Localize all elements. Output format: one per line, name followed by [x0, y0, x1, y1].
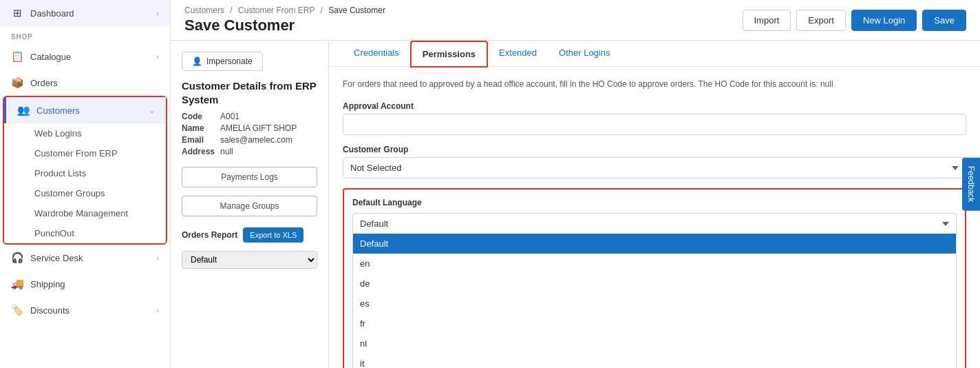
- service-desk-icon: 🎧: [11, 252, 23, 264]
- sidebar-item-customers[interactable]: 👥 Customers ⌄: [4, 97, 166, 123]
- chevron-down-icon: ⌄: [149, 106, 155, 115]
- name-label: Name: [182, 123, 215, 133]
- sidebar-item-label: Customers: [36, 105, 80, 116]
- customers-icon: 👥: [17, 104, 30, 116]
- sidebar-item-label: Dashboard: [30, 8, 74, 19]
- lang-option-es[interactable]: es: [353, 294, 956, 314]
- sidebar-item-label: Orders: [30, 78, 58, 88]
- sidebar-item-dashboard[interactable]: ⊞ Dashboard ›: [0, 0, 170, 26]
- topbar: Customers / Customer From ERP / Save Cus…: [171, 0, 980, 41]
- breadcrumb-customers[interactable]: Customers: [184, 6, 224, 15]
- default-language-section: Default Language Default en de es fr nl …: [343, 188, 966, 368]
- lang-option-en[interactable]: en: [353, 254, 956, 274]
- code-label: Code: [182, 112, 215, 121]
- import-button[interactable]: Import: [743, 10, 791, 31]
- name-row: Name AMELIA GIFT SHOP: [182, 123, 317, 133]
- right-panel: Credentials Permissions Extended Other L…: [329, 41, 980, 368]
- sidebar-item-label: Catalogue: [30, 52, 71, 62]
- sidebar-item-discounts[interactable]: 🏷️ Discounts ›: [0, 297, 170, 323]
- email-label: Email: [182, 135, 215, 145]
- approval-account-input[interactable]: [343, 114, 966, 135]
- address-row: Address null: [182, 147, 317, 156]
- sidebar-item-label: Service Desk: [30, 253, 83, 263]
- feedback-tab[interactable]: Feedback: [962, 158, 980, 211]
- breadcrumb: Customers / Customer From ERP / Save Cus…: [184, 6, 385, 15]
- main-area: Customers / Customer From ERP / Save Cus…: [171, 0, 980, 368]
- chevron-right-icon: ›: [156, 254, 159, 262]
- sidebar-item-shipping[interactable]: 🚚 Shipping: [0, 271, 170, 297]
- payments-logs-button[interactable]: Payments Logs: [182, 167, 317, 187]
- chevron-right-icon: ›: [156, 9, 159, 17]
- topbar-left: Customers / Customer From ERP / Save Cus…: [184, 6, 385, 34]
- customers-section: 👥 Customers ⌄ Web Logins Customer From E…: [3, 96, 167, 245]
- sidebar-item-catalogue[interactable]: 📋 Catalogue ›: [0, 43, 170, 70]
- content-area: 👤 Impersonate Customer Details from ERP …: [171, 41, 980, 368]
- permissions-tab-content: For orders that need to approved by a he…: [329, 67, 980, 368]
- impersonate-label: Impersonate: [206, 57, 253, 66]
- approval-account-label: Approval Account: [343, 101, 966, 111]
- orders-icon: 📦: [11, 76, 23, 89]
- tabs-bar: Credentials Permissions Extended Other L…: [329, 41, 980, 67]
- manage-groups-button[interactable]: Manage Groups: [182, 196, 317, 216]
- customer-group-group: Customer Group Not Selected Group A Grou…: [343, 145, 966, 178]
- export-button[interactable]: Export: [796, 10, 846, 31]
- name-value: AMELIA GIFT SHOP: [220, 123, 297, 133]
- sidebar-item-label: Shipping: [30, 279, 65, 289]
- tab-permissions[interactable]: Permissions: [410, 41, 488, 68]
- customer-group-label: Customer Group: [343, 145, 966, 154]
- address-value: null: [220, 147, 233, 156]
- sidebar-sub-punchout[interactable]: PunchOut: [34, 223, 166, 243]
- email-row: Email sales@amelec.com: [182, 135, 317, 145]
- default-language-label: Default Language: [352, 198, 957, 207]
- lang-option-it[interactable]: it: [353, 354, 956, 368]
- sidebar-item-label: Discounts: [30, 305, 70, 316]
- chevron-right-icon: ›: [156, 52, 159, 61]
- customers-sub-menu: Web Logins Customer From ERP Product Lis…: [4, 123, 166, 243]
- breadcrumb-current: Save Customer: [328, 6, 385, 15]
- save-button[interactable]: Save: [922, 10, 966, 31]
- address-label: Address: [182, 147, 215, 156]
- sidebar-sub-wardrobe-management[interactable]: Wardrobe Management: [34, 203, 166, 223]
- lang-option-nl[interactable]: nl: [353, 334, 956, 354]
- email-value: sales@amelec.com: [220, 135, 292, 145]
- sidebar-sub-customer-groups[interactable]: Customer Groups: [34, 183, 166, 203]
- code-value: A001: [220, 112, 239, 121]
- person-icon: 👤: [192, 57, 202, 66]
- customer-group-select[interactable]: Not Selected Group A Group B: [343, 157, 966, 178]
- page-title: Save Customer: [184, 17, 385, 34]
- lang-option-fr[interactable]: fr: [353, 314, 956, 334]
- tab-other-logins[interactable]: Other Logins: [548, 41, 621, 67]
- export-xls-button[interactable]: Export to XLS: [243, 227, 303, 243]
- catalogue-icon: 📋: [11, 50, 23, 63]
- tab-credentials[interactable]: Credentials: [343, 41, 410, 67]
- orders-report-label: Orders Report: [182, 230, 237, 240]
- sidebar-sub-web-logins[interactable]: Web Logins: [34, 123, 166, 143]
- topbar-actions: Import Export New Login Save: [743, 10, 967, 31]
- sidebar: ⊞ Dashboard › SHOP 📋 Catalogue › 📦 Order…: [0, 0, 171, 368]
- impersonate-button[interactable]: 👤 Impersonate: [182, 52, 263, 71]
- customer-details-title: Customer Details from ERP System: [182, 79, 317, 106]
- default-language-select[interactable]: Default en de es fr nl it us: [352, 213, 957, 234]
- breadcrumb-customer-from-erp[interactable]: Customer From ERP: [238, 6, 315, 15]
- discounts-icon: 🏷️: [11, 304, 23, 316]
- language-dropdown-list: Default en de es fr nl it us: [352, 234, 957, 368]
- dashboard-icon: ⊞: [11, 7, 23, 19]
- approval-account-group: Approval Account: [343, 101, 966, 135]
- orders-report-row: Orders Report Export to XLS: [182, 227, 317, 243]
- customer-details-section: Customer Details from ERP System Code A0…: [182, 79, 317, 159]
- sidebar-section-shop: SHOP: [0, 26, 170, 43]
- info-text: For orders that need to approved by a he…: [343, 78, 966, 90]
- lang-option-default[interactable]: Default: [353, 234, 956, 254]
- sidebar-sub-product-lists[interactable]: Product Lists: [34, 163, 166, 183]
- shipping-icon: 🚚: [11, 278, 23, 290]
- sidebar-sub-customer-from-erp[interactable]: Customer From ERP: [34, 143, 166, 163]
- sidebar-item-service-desk[interactable]: 🎧 Service Desk ›: [0, 245, 170, 271]
- tab-extended[interactable]: Extended: [488, 41, 548, 67]
- left-panel: 👤 Impersonate Customer Details from ERP …: [171, 41, 329, 368]
- chevron-right-icon: ›: [156, 306, 159, 314]
- code-row: Code A001: [182, 112, 317, 121]
- sidebar-item-orders[interactable]: 📦 Orders: [0, 70, 170, 96]
- orders-report-select[interactable]: Default: [182, 251, 317, 269]
- lang-option-de[interactable]: de: [353, 274, 956, 294]
- new-login-button[interactable]: New Login: [851, 10, 917, 31]
